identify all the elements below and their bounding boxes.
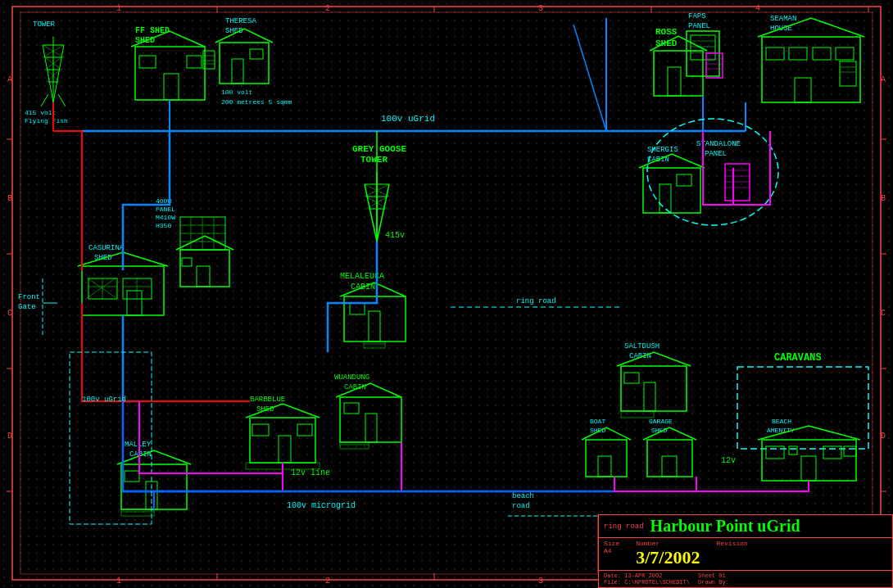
file-label: File: C:\NPROTEL\SCHEDIT\ — [604, 579, 690, 586]
svg-rect-182 — [125, 471, 139, 482]
svg-text:415 volt: 415 volt — [25, 109, 56, 116]
svg-text:415v: 415v — [385, 231, 405, 240]
svg-text:4: 4 — [755, 4, 760, 13]
svg-text:TOWER: TOWER — [360, 155, 388, 165]
svg-text:PANEL: PANEL — [156, 206, 175, 213]
maida-house-group: 400W PANEL M410W H350 — [156, 197, 233, 287]
svg-text:CARAVANS: CARAVANS — [774, 352, 822, 364]
svg-rect-136 — [180, 250, 229, 287]
saltdush-cabin-group: SALTDUSH CABIN — [617, 342, 691, 418]
svg-text:2: 2 — [325, 577, 330, 586]
svg-rect-91 — [840, 61, 856, 86]
svg-text:ROSS: ROSS — [655, 27, 678, 37]
svg-rect-175 — [252, 424, 269, 436]
svg-line-40 — [53, 45, 64, 102]
svg-text:PANEL: PANEL — [688, 22, 710, 30]
svg-text:3: 3 — [538, 4, 543, 13]
garage-shed-group: GARAGE SHED — [643, 418, 696, 477]
svg-text:Gate: Gate — [18, 303, 36, 311]
title-label: ring road — [604, 522, 644, 531]
svg-rect-89 — [836, 47, 854, 60]
svg-text:SHED: SHED — [655, 38, 678, 48]
number-label: Number — [636, 540, 700, 547]
svg-rect-116 — [677, 174, 691, 186]
svg-rect-161 — [350, 303, 365, 314]
svg-text:road: road — [512, 502, 530, 510]
svg-text:100 volt: 100 volt — [221, 88, 252, 96]
svg-rect-189 — [624, 373, 639, 383]
svg-rect-195 — [586, 440, 627, 477]
svg-text:SEAMAN: SEAMAN — [770, 15, 796, 23]
svg-rect-88 — [813, 47, 831, 60]
svg-rect-55 — [139, 56, 156, 68]
svg-text:1: 1 — [116, 577, 121, 586]
svg-rect-204 — [801, 456, 816, 481]
svg-text:12v: 12v — [721, 456, 736, 465]
title-block: ring road Harbour Point uGrid Size A4 Nu… — [598, 514, 893, 588]
svg-text:1: 1 — [116, 4, 121, 13]
svg-rect-90 — [795, 78, 811, 102]
svg-text:beach: beach — [512, 492, 534, 500]
svg-text:WUANDUNG: WUANDUNG — [334, 373, 369, 382]
svg-rect-160 — [369, 311, 380, 341]
svg-rect-86 — [766, 47, 784, 60]
svg-rect-138 — [182, 258, 192, 266]
svg-text:200 metrees 5 sqmm: 200 metrees 5 sqmm — [221, 98, 292, 106]
svg-rect-119 — [725, 164, 750, 201]
svg-rect-188 — [644, 382, 655, 411]
diagram-svg: 1 2 3 4 1 2 3 4 A B C D A B C D T — [0, 0, 893, 588]
svg-rect-115 — [660, 184, 671, 213]
drawn-by-label: Drawn By: — [698, 579, 729, 586]
svg-text:H350: H350 — [156, 222, 171, 229]
svg-text:M410W: M410W — [156, 214, 175, 221]
svg-text:A: A — [7, 75, 12, 84]
tower-group: TOWER 415 volt Flying Fish — [25, 20, 68, 124]
svg-text:D: D — [881, 432, 886, 441]
revision-label: Revision — [716, 540, 747, 547]
svg-rect-56 — [187, 56, 202, 68]
svg-text:BEACH: BEACH — [772, 418, 791, 425]
svg-text:100v microgrid: 100v microgrid — [287, 501, 356, 510]
svg-point-124 — [647, 119, 778, 225]
svg-text:FAPS: FAPS — [688, 12, 706, 20]
svg-text:D: D — [7, 432, 12, 441]
svg-rect-174 — [279, 436, 291, 463]
svg-text:C: C — [7, 309, 12, 318]
date-label: Date: 13-APR 2002 — [604, 572, 690, 579]
drawing-number: 3/7/2002 — [636, 547, 700, 568]
svg-text:SALTDUSH: SALTDUSH — [624, 342, 660, 351]
svg-text:GARAGE: GARAGE — [649, 418, 673, 425]
svg-text:B: B — [881, 194, 886, 203]
svg-text:CABIN: CABIN — [629, 352, 651, 360]
svg-rect-183 — [121, 509, 154, 516]
main-canvas: 1 2 3 4 1 2 3 4 A B C D A B C D T — [0, 0, 893, 588]
svg-rect-137 — [197, 266, 210, 287]
svg-text:100v uGrid: 100v uGrid — [381, 114, 435, 124]
wuandung-cabin-group: WUANDUNG CABIN — [334, 373, 401, 449]
svg-text:TOWER: TOWER — [33, 20, 56, 29]
svg-text:BOAT: BOAT — [590, 418, 605, 425]
svg-rect-196 — [598, 456, 611, 477]
svg-text:ring road: ring road — [516, 297, 556, 305]
barbblue-shed-group: BARBBLUE SHED — [246, 396, 320, 469]
svg-text:3: 3 — [538, 577, 543, 586]
grey-goose-tower-group: GREY GOOSE TOWER 415v — [352, 144, 406, 242]
svg-text:BARBBLUE: BARBBLUE — [250, 396, 285, 404]
svg-rect-190 — [621, 411, 654, 418]
svg-text:SHED: SHED — [590, 427, 605, 434]
svg-rect-208 — [844, 446, 856, 456]
svg-text:Front: Front — [18, 293, 40, 301]
svg-rect-65 — [250, 49, 263, 59]
svg-text:CABIN: CABIN — [129, 450, 152, 459]
size-value: A4 — [604, 547, 619, 554]
svg-rect-54 — [164, 74, 179, 100]
svg-text:100v uGrid: 100v uGrid — [82, 396, 126, 404]
svg-text:GREY GOOSE: GREY GOOSE — [352, 144, 406, 154]
title-main: Harbour Point uGrid — [650, 517, 800, 536]
svg-text:B: B — [7, 194, 12, 203]
svg-rect-162 — [364, 341, 385, 348]
svg-text:2: 2 — [325, 4, 330, 13]
sheet-label: Sheet 01 — [698, 572, 729, 579]
svg-text:THERESA: THERESA — [225, 17, 256, 25]
svg-rect-79 — [706, 53, 723, 78]
